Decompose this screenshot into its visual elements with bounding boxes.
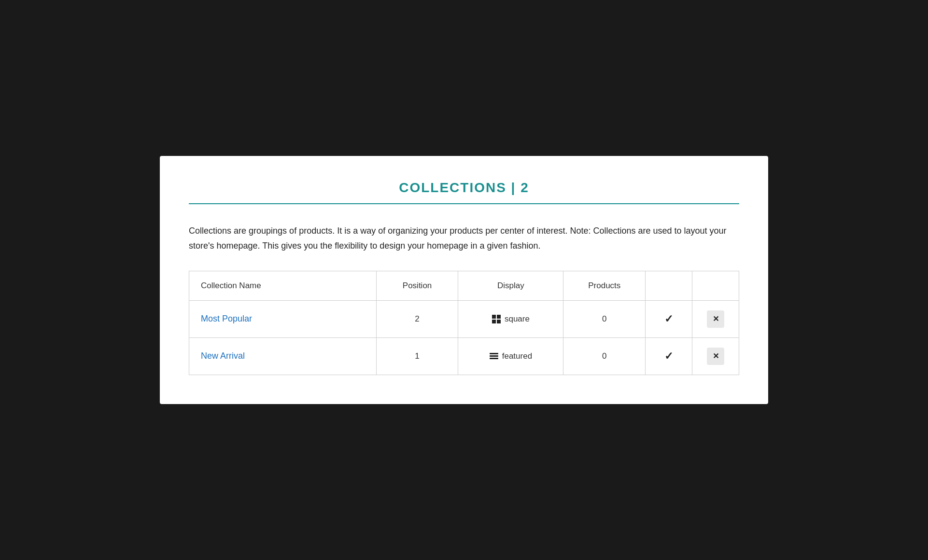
square-icon xyxy=(492,315,501,323)
check-icon: ✓ xyxy=(664,313,673,325)
position-cell: 1 xyxy=(376,337,458,375)
delete-button[interactable]: ✕ xyxy=(707,348,724,365)
featured-icon xyxy=(490,353,498,359)
check-cell: ✓ xyxy=(646,300,692,337)
display-label: featured xyxy=(502,351,532,361)
title-divider xyxy=(189,203,739,204)
header-delete xyxy=(692,271,739,300)
page-title: COLLECTIONS | 2 xyxy=(189,180,739,196)
table-row: Most Popular 2 square 0 ✓ ✕ xyxy=(189,300,739,337)
main-card: COLLECTIONS | 2 Collections are grouping… xyxy=(160,156,768,404)
display-cell: square xyxy=(458,300,563,337)
delete-cell: ✕ xyxy=(692,300,739,337)
check-icon: ✓ xyxy=(664,350,673,362)
header-products: Products xyxy=(563,271,646,300)
collection-name-link[interactable]: Most Popular xyxy=(201,314,252,323)
collection-name-cell: Most Popular xyxy=(189,300,377,337)
products-cell: 0 xyxy=(563,337,646,375)
page-description: Collections are groupings of products. I… xyxy=(189,224,739,253)
delete-button[interactable]: ✕ xyxy=(707,310,724,328)
header-collection-name: Collection Name xyxy=(189,271,377,300)
collections-table: Collection Name Position Display Product… xyxy=(189,271,739,375)
check-cell: ✓ xyxy=(646,337,692,375)
display-label: square xyxy=(505,314,530,324)
delete-cell: ✕ xyxy=(692,337,739,375)
header-position: Position xyxy=(376,271,458,300)
header-display: Display xyxy=(458,271,563,300)
table-row: New Arrival 1 featured 0 ✓ ✕ xyxy=(189,337,739,375)
header-check xyxy=(646,271,692,300)
display-cell: featured xyxy=(458,337,563,375)
collection-name-link[interactable]: New Arrival xyxy=(201,351,245,361)
position-cell: 2 xyxy=(376,300,458,337)
table-header-row: Collection Name Position Display Product… xyxy=(189,271,739,300)
collection-name-cell: New Arrival xyxy=(189,337,377,375)
products-cell: 0 xyxy=(563,300,646,337)
